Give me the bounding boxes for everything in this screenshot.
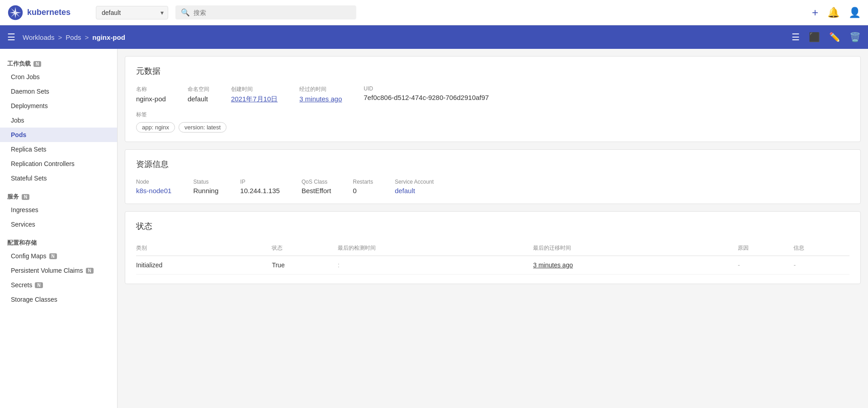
tag-1: version: latest <box>179 122 226 133</box>
meta-create-time-field: 创建时间 2021年7月10日 <box>231 85 278 104</box>
config-maps-badge: N <box>49 253 57 259</box>
meta-namespace-label: 命名空间 <box>188 85 209 93</box>
status-table-head: 类别 状态 最后的检测时间 最后的迁移时间 原因 信息 <box>136 241 849 256</box>
meta-namespace-value: default <box>188 95 209 103</box>
col-last-transition: 最后的迁移时间 <box>533 241 738 256</box>
row-info: - <box>793 256 849 275</box>
notification-bell-icon[interactable]: 🔔 <box>827 7 840 19</box>
resource-title: 资源信息 <box>136 159 849 170</box>
top-nav: kubernetes default 🔍 + 🔔 👤 <box>0 0 868 25</box>
search-input[interactable] <box>193 9 351 16</box>
resource-restarts-value: 0 <box>353 187 373 195</box>
resource-node-label: Node <box>136 179 171 185</box>
meta-elapsed-label: 经过的时间 <box>299 85 342 93</box>
metadata-grid: 名称 nginx-pod 命名空间 default 创建时间 2021年7月10… <box>136 85 849 104</box>
status-title: 状态 <box>136 221 849 232</box>
row-status: True <box>272 256 338 275</box>
sidebar-item-config-maps[interactable]: Config Maps N <box>0 249 117 263</box>
meta-uid-label: UID <box>364 85 489 92</box>
row-last-transition: 3 minutes ago <box>533 256 738 275</box>
row-category: Initialized <box>136 256 272 275</box>
kubernetes-logo-icon <box>7 5 24 21</box>
row-last-probe: : <box>338 256 533 275</box>
sidebar: 工作负载 N Cron Jobs Daemon Sets Deployments… <box>0 49 118 408</box>
sidebar-section-workloads: 工作负载 N <box>0 56 117 70</box>
sidebar-section-services: 服务 N <box>0 189 117 203</box>
pvc-badge: N <box>86 268 94 274</box>
resource-restarts-field: Restarts 0 <box>353 179 373 195</box>
resource-ip-label: IP <box>240 179 280 185</box>
sidebar-item-storage-classes[interactable]: Storage Classes <box>0 292 117 307</box>
breadcrumb-pods[interactable]: Pods <box>66 33 81 41</box>
resource-sa-field: Service Account default <box>395 179 434 195</box>
tags-row: app: nginx version: latest <box>136 122 849 133</box>
resource-ip-field: IP 10.244.1.135 <box>240 179 280 195</box>
sidebar-item-secrets[interactable]: Secrets N <box>0 278 117 292</box>
sidebar-item-jobs[interactable]: Jobs <box>0 113 117 128</box>
workloads-badge: N <box>33 61 41 67</box>
table-row: Initialized True : 3 minutes ago - - <box>136 256 849 275</box>
sidebar-item-stateful-sets[interactable]: Stateful Sets <box>0 171 117 185</box>
logo-text: kubernetes <box>27 8 71 17</box>
col-info: 信息 <box>793 241 849 256</box>
breadcrumb-current: nginx-pod <box>92 33 125 41</box>
breadcrumb-sep-2: > <box>85 33 89 41</box>
sidebar-item-replication-controllers[interactable]: Replication Controllers <box>0 157 117 171</box>
resource-node-field: Node k8s-node01 <box>136 179 171 195</box>
sidebar-item-ingresses[interactable]: Ingresses <box>0 203 117 217</box>
meta-create-time-label: 创建时间 <box>231 85 278 93</box>
resource-qos-value: BestEffort <box>302 187 331 195</box>
resource-grid: Node k8s-node01 Status Running IP 10.244… <box>136 179 849 195</box>
resource-sa-label: Service Account <box>395 179 434 185</box>
col-status: 状态 <box>272 241 338 256</box>
col-reason: 原因 <box>738 241 794 256</box>
resource-sa-value[interactable]: default <box>395 187 434 195</box>
tag-0: app: nginx <box>136 122 175 133</box>
sidebar-item-daemon-sets[interactable]: Daemon Sets <box>0 84 117 99</box>
sidebar-item-deployments[interactable]: Deployments <box>0 99 117 113</box>
logo-area: kubernetes <box>7 5 89 21</box>
add-button[interactable]: + <box>812 6 818 19</box>
meta-create-time-value[interactable]: 2021年7月10日 <box>231 95 278 104</box>
main-layout: 工作负载 N Cron Jobs Daemon Sets Deployments… <box>0 49 868 408</box>
sidebar-section-config-label: 配置和存储 <box>7 239 37 247</box>
col-category: 类别 <box>136 241 272 256</box>
resource-status-field: Status Running <box>193 179 218 195</box>
col-last-probe: 最后的检测时间 <box>338 241 533 256</box>
namespace-wrapper: default <box>96 6 168 19</box>
sidebar-section-config: 配置和存储 <box>0 235 117 249</box>
breadcrumb-workloads[interactable]: Workloads <box>23 33 55 41</box>
meta-elapsed-field: 经过的时间 3 minutes ago <box>299 85 342 104</box>
resource-node-value[interactable]: k8s-node01 <box>136 187 171 195</box>
breadcrumb-actions: ☰ ⬛ ✏️ 🗑️ <box>792 32 861 43</box>
view-logs-button[interactable]: ☰ <box>792 32 800 43</box>
status-table: 类别 状态 最后的检测时间 最后的迁移时间 原因 信息 Initialized … <box>136 241 849 275</box>
edit-button[interactable]: ✏️ <box>829 32 840 43</box>
namespace-select[interactable]: default <box>96 6 168 19</box>
sidebar-item-pvc[interactable]: Persistent Volume Claims N <box>0 263 117 278</box>
breadcrumb-bar: ☰ Workloads > Pods > nginx-pod ☰ ⬛ ✏️ 🗑️ <box>0 25 868 49</box>
resource-ip-value: 10.244.1.135 <box>240 187 280 195</box>
content-area: 元数据 名称 nginx-pod 命名空间 default 创建时间 2021年… <box>118 49 868 408</box>
meta-elapsed-value[interactable]: 3 minutes ago <box>299 95 342 103</box>
sidebar-item-replica-sets[interactable]: Replica Sets <box>0 142 117 157</box>
delete-button[interactable]: 🗑️ <box>849 32 861 43</box>
exec-button[interactable]: ⬛ <box>809 32 820 43</box>
resource-status-label: Status <box>193 179 218 185</box>
sidebar-item-pods[interactable]: Pods <box>0 128 117 142</box>
sidebar-item-cron-jobs[interactable]: Cron Jobs <box>0 70 117 84</box>
search-icon: 🔍 <box>181 8 190 17</box>
resource-status-value: Running <box>193 187 218 195</box>
sidebar-item-services[interactable]: Services <box>0 217 117 232</box>
metadata-card: 元数据 名称 nginx-pod 命名空间 default 创建时间 2021年… <box>125 56 861 142</box>
meta-uid-field: UID 7ef0c806-d512-474c-9280-706d2910af97 <box>364 85 489 104</box>
meta-uid-value: 7ef0c806-d512-474c-9280-706d2910af97 <box>364 94 489 101</box>
meta-namespace-field: 命名空间 default <box>188 85 209 104</box>
tags-label: 标签 <box>136 111 849 119</box>
hamburger-menu-button[interactable]: ☰ <box>7 32 15 43</box>
resource-qos-field: QoS Class BestEffort <box>302 179 331 195</box>
breadcrumb-sep-1: > <box>58 33 62 41</box>
metadata-title: 元数据 <box>136 66 849 76</box>
user-avatar[interactable]: 👤 <box>849 7 861 19</box>
meta-name-value: nginx-pod <box>136 95 166 103</box>
